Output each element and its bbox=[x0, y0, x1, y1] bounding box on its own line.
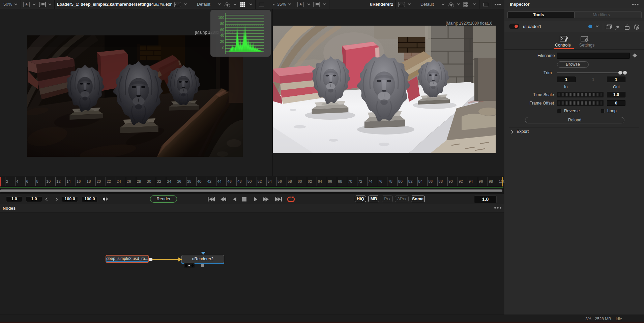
svg-text:0: 0 bbox=[222, 46, 224, 50]
svg-text:100: 100 bbox=[218, 16, 224, 20]
svg-text:80: 80 bbox=[220, 22, 224, 26]
svg-text:60: 60 bbox=[220, 28, 224, 32]
svg-text:20: 20 bbox=[220, 39, 224, 43]
svg-text:40: 40 bbox=[220, 33, 224, 37]
